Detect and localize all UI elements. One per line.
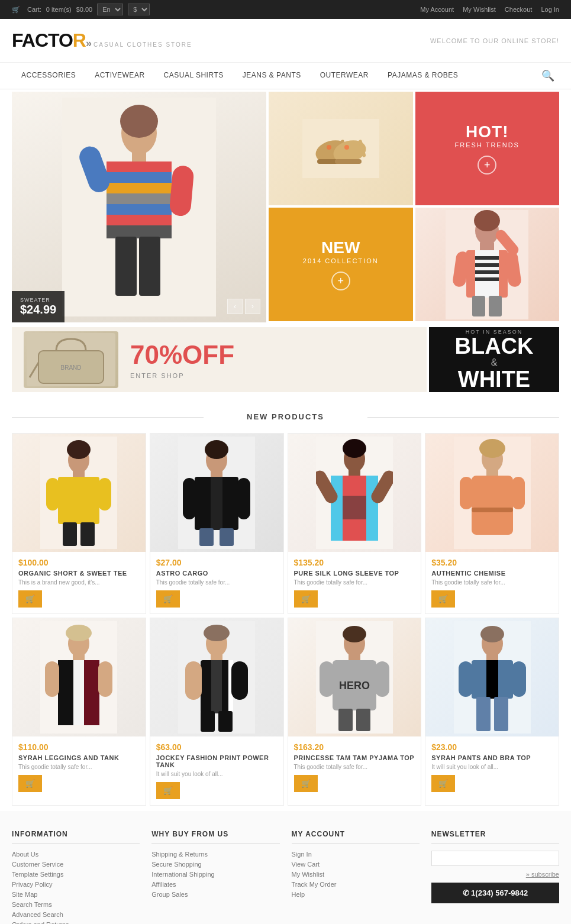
footer-link-shipping[interactable]: Shipping & Returns — [151, 851, 279, 858]
product-name: ASTRO CARGO — [156, 570, 278, 577]
logo[interactable]: FACTOR» CASUAL CLOTHES STORE — [12, 30, 192, 51]
product-2-svg — [178, 437, 255, 549]
add-to-cart-button[interactable]: 🛒 — [156, 590, 180, 608]
add-to-cart-button[interactable]: 🛒 — [294, 590, 318, 608]
promo-text: 70%OFF ENTER SHOP — [130, 340, 415, 379]
top-bar-right: My Account My Wishlist Checkout Log In — [413, 6, 559, 13]
hero-section: SWEATER $24.99 ‹ › — [0, 89, 571, 325]
product-image: HERO — [288, 618, 421, 736]
svg-rect-50 — [46, 478, 59, 511]
hero-new-card[interactable]: NEW 2014 COLLECTION + — [269, 208, 413, 321]
nav-outerwear[interactable]: OUTERWEAR — [311, 63, 378, 89]
logo-accent: R — [73, 30, 86, 51]
hero-bottom-row: NEW 2014 COLLECTION + — [269, 208, 559, 321]
footer-link-sitemap[interactable]: Site Map — [12, 891, 140, 898]
product-card: $23.00 SYRAH PANTS AND BRA TOP It will s… — [425, 618, 559, 806]
footer-link-view-cart[interactable]: View Cart — [292, 861, 420, 868]
hot-plus-button[interactable]: + — [478, 156, 496, 175]
newsletter-email-input[interactable] — [431, 851, 559, 866]
product-image — [150, 618, 283, 736]
nav-pajamas-robes[interactable]: PAJAMAS & ROBES — [378, 63, 467, 89]
footer-link-sign-in[interactable]: Sign In — [292, 851, 420, 858]
svg-rect-31 — [475, 256, 499, 260]
svg-rect-70 — [366, 476, 378, 541]
my-account-link[interactable]: My Account — [420, 6, 454, 13]
hero-prev-button[interactable]: ‹ — [227, 299, 243, 314]
svg-rect-96 — [211, 660, 222, 713]
svg-point-93 — [204, 625, 230, 641]
add-to-cart-button[interactable]: 🛒 — [431, 590, 455, 608]
svg-rect-88 — [84, 660, 99, 725]
product-image — [288, 434, 421, 552]
svg-rect-32 — [475, 263, 499, 267]
product-info: $23.00 SYRAH PANTS AND BRA TOP It will s… — [425, 736, 559, 798]
footer-why-buy-title: WHY BUY FROM US — [151, 830, 279, 844]
footer-link-privacy[interactable]: Privacy Policy — [12, 881, 140, 888]
hero-right-grid: HOT! FRESH TRENDS + NEW 2014 COLLECTION … — [269, 92, 559, 322]
footer-link-affiliates[interactable]: Affiliates — [151, 881, 279, 888]
product-info: $100.00 ORGANIC SHORT & SWEET TEE This i… — [12, 552, 146, 613]
nav-casual-shirts[interactable]: CASUAL SHIRTS — [154, 63, 233, 89]
phone-button[interactable]: ✆ 1(234) 567-9842 — [431, 883, 559, 903]
search-icon[interactable]: 🔍 — [537, 64, 559, 87]
svg-rect-61 — [237, 478, 250, 519]
footer-col-newsletter: NEWSLETTER » subscribe ✆ 1(234) 567-9842 — [431, 830, 559, 924]
svg-point-47 — [67, 440, 91, 459]
svg-rect-101 — [218, 711, 233, 732]
add-to-cart-button[interactable]: 🛒 — [431, 775, 455, 792]
footer-link-about[interactable]: About Us — [12, 851, 140, 858]
footer-link-customer-service[interactable]: Customer Service — [12, 861, 140, 868]
subscribe-button[interactable]: » subscribe — [526, 871, 559, 878]
svg-rect-33 — [475, 270, 499, 274]
svg-rect-15 — [139, 237, 160, 296]
nav-items: ACCESSORIES ACTIVEWEAR CASUAL SHIRTS JEA… — [12, 63, 467, 89]
svg-rect-99 — [231, 661, 248, 700]
enter-shop-link[interactable]: ENTER SHOP — [130, 372, 415, 379]
footer-link-my-wishlist[interactable]: My Wishlist — [292, 871, 420, 878]
product-3-svg — [316, 437, 393, 549]
footer-link-template-settings[interactable]: Template Settings — [12, 871, 140, 878]
footer-link-track-order[interactable]: Track My Order — [292, 881, 420, 888]
product-price: $63.00 — [156, 742, 278, 752]
hero-woman-card[interactable] — [415, 208, 560, 321]
footer-link-international[interactable]: International Shipping — [151, 871, 279, 878]
svg-rect-51 — [98, 478, 111, 511]
product-card: $100.00 ORGANIC SHORT & SWEET TEE This i… — [12, 433, 146, 614]
login-link[interactable]: Log In — [541, 6, 559, 13]
svg-point-104 — [343, 626, 366, 642]
svg-rect-6 — [107, 172, 172, 183]
hero-hot-card[interactable]: HOT! FRESH TRENDS + — [415, 92, 560, 205]
footer-link-orders-returns[interactable]: Orders and Returns — [12, 921, 140, 924]
main-nav: ACCESSORIES ACTIVEWEAR CASUAL SHIRTS JEA… — [0, 63, 571, 89]
product-name: AUTHENTIC CHEMISE — [431, 570, 553, 577]
nav-activewear[interactable]: ACTIVEWEAR — [85, 63, 154, 89]
footer-link-group-sales[interactable]: Group Sales — [151, 891, 279, 898]
product-price: $100.00 — [18, 558, 140, 567]
svg-text:BRAND: BRAND — [60, 364, 81, 371]
svg-rect-38 — [472, 296, 485, 316]
footer-link-secure[interactable]: Secure Shopping — [151, 861, 279, 868]
add-to-cart-button[interactable]: 🛒 — [18, 590, 42, 608]
add-to-cart-button[interactable]: 🛒 — [18, 775, 42, 792]
hero-shoes-card[interactable] — [269, 92, 413, 205]
product-card: $135.20 PURE SILK LONG SLEEVE TOP This g… — [288, 433, 422, 614]
svg-rect-7 — [107, 183, 172, 193]
checkout-link[interactable]: Checkout — [505, 6, 532, 13]
woman-svg — [446, 210, 528, 319]
footer-link-search-terms[interactable]: Search Terms — [12, 901, 140, 908]
new-plus-button[interactable]: + — [331, 272, 350, 290]
language-select[interactable]: En — [97, 4, 123, 15]
svg-rect-89 — [45, 661, 59, 697]
nav-jeans-pants[interactable]: JEANS & PANTS — [233, 63, 311, 89]
footer-link-advanced-search[interactable]: Advanced Search — [12, 911, 140, 918]
hero-next-button[interactable]: › — [245, 299, 260, 314]
currency-select[interactable]: $ — [128, 4, 150, 15]
svg-rect-8 — [107, 193, 172, 204]
footer-link-help[interactable]: Help — [292, 891, 420, 898]
add-to-cart-button[interactable]: 🛒 — [294, 775, 318, 792]
product-image — [150, 434, 283, 552]
add-to-cart-button[interactable]: 🛒 — [156, 782, 180, 799]
product-image — [425, 434, 559, 552]
my-wishlist-link[interactable]: My Wishlist — [463, 6, 496, 13]
nav-accessories[interactable]: ACCESSORIES — [12, 63, 85, 89]
